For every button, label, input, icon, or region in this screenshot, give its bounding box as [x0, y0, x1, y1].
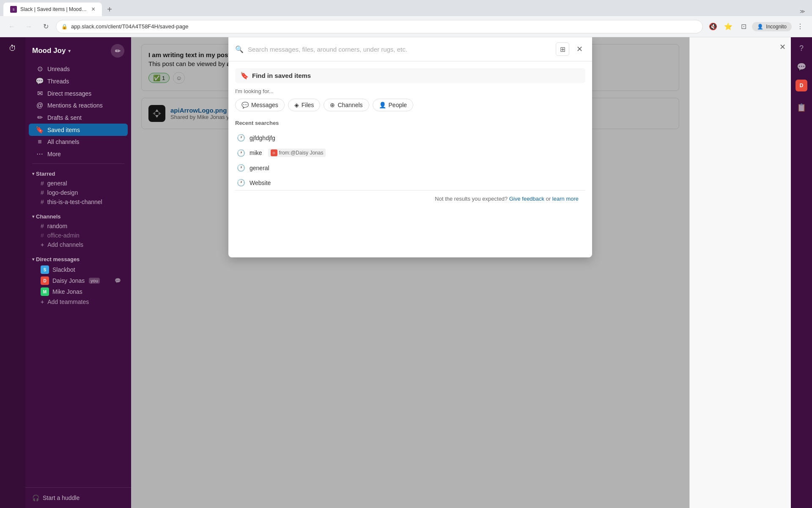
hash-icon-3: # [41, 199, 44, 205]
search-overlay: 🔍 ⊞ ✕ 🔖 Find in saved items I'm looking … [131, 37, 689, 508]
tab-favicon: S [10, 6, 17, 13]
channel-name-5: office-admin [47, 232, 80, 239]
menu-icon[interactable]: ⋮ [793, 20, 807, 33]
right-panel-close-button[interactable]: ✕ [779, 42, 786, 52]
give-feedback-link[interactable]: Give feedback [509, 196, 544, 202]
starred-header[interactable]: ▾ Starred [25, 167, 131, 179]
recent-search-website[interactable]: 🕐 Website [235, 175, 585, 190]
sidebar-nav: ⊙ Unreads 💬 Threads ✉ Direct messages @ … [25, 61, 131, 162]
sidebar-item-direct-messages-nav[interactable]: ✉ Direct messages [29, 87, 128, 99]
recent-search-general[interactable]: 🕐 general [235, 160, 585, 175]
channel-name: general [47, 180, 67, 187]
sidebar-header: Mood Joy ▼ ✏ [25, 37, 131, 61]
mute-icon[interactable]: 🔇 [706, 20, 720, 33]
daisy-label: Daisy Jonas [52, 277, 85, 284]
recent-text-4: Website [250, 179, 271, 186]
address-bar[interactable]: 🔒 app.slack.com/client/T04A4T58F4H/saved… [56, 20, 703, 33]
channel-name-4: random [47, 223, 67, 229]
search-input-row: 🔍 ⊞ ✕ [228, 37, 592, 61]
workspace-name[interactable]: Mood Joy ▼ [32, 47, 71, 55]
sidebar-channel-test[interactable]: # this-is-a-test-channel [29, 197, 128, 207]
sidebar-item-unreads[interactable]: ⊙ Unreads [29, 63, 128, 75]
bookmark-icon[interactable]: ⭐ [721, 20, 735, 33]
slackbot-avatar: S [41, 265, 49, 274]
svg-text:S: S [13, 8, 15, 11]
app-right-icons: ? 💬 D 📋 [791, 37, 812, 508]
new-tab-button[interactable]: + [102, 3, 117, 16]
incognito-button[interactable]: 👤 Incognito [752, 22, 792, 31]
add-teammates-button[interactable]: + Add teammates [29, 297, 128, 306]
filter-files[interactable]: ◈ Files [288, 99, 321, 111]
history-icon[interactable]: ⏱ [5, 41, 20, 56]
help-icon[interactable]: ? [794, 41, 809, 56]
refresh-button[interactable]: ↻ [39, 20, 52, 33]
sidebar-item-all-channels[interactable]: ≡ All channels [29, 136, 128, 148]
hash-icon: # [41, 180, 44, 187]
tab-extra: ≫ [796, 7, 809, 16]
forward-button[interactable]: → [22, 20, 36, 33]
workspace-label: Mood Joy [32, 47, 66, 55]
right-panel: ✕ [689, 37, 791, 508]
unreads-icon: ⊙ [36, 65, 44, 73]
clipboard-icon[interactable]: 📋 [794, 100, 809, 115]
filter-chips: 💬 Messages ◈ Files ⊕ Channels 👤 [235, 99, 585, 111]
from-avatar: D [271, 149, 277, 156]
from-badge: D from:@Daisy Jonas [268, 149, 326, 157]
sidebar-channel-office-admin[interactable]: # office-admin [29, 231, 128, 240]
notifications-icon[interactable]: 💬 [794, 59, 809, 75]
clock-icon-3: 🕐 [237, 164, 245, 172]
clock-icon-4: 🕐 [237, 179, 245, 187]
user-avatar-icon[interactable]: D [794, 78, 809, 93]
channels-header[interactable]: ▾ Channels [25, 210, 131, 221]
dm-daisy[interactable]: D Daisy Jonas you 💬 [29, 275, 128, 286]
sidebar-icon-strip: ⏱ [0, 37, 25, 508]
recent-search-mike[interactable]: 🕐 mike D from:@Daisy Jonas [235, 145, 585, 160]
add-channels-button[interactable]: + Add channels [29, 240, 128, 249]
active-tab[interactable]: S Slack | Saved items | Mood Joy × [3, 3, 102, 16]
filter-people[interactable]: 👤 People [373, 99, 414, 111]
sidebar-item-threads[interactable]: 💬 Threads [29, 75, 128, 87]
channels-chip-icon: ⊕ [330, 102, 335, 108]
sidebar-channel-random[interactable]: # random [29, 221, 128, 231]
sidebar-item-drafts[interactable]: ✏ Drafts & sent [29, 111, 128, 124]
tab-close-icon[interactable]: × [91, 6, 95, 13]
mike-avatar: M [41, 287, 49, 296]
sidebar-channel-general-starred[interactable]: # general [29, 179, 128, 188]
find-in-saved-button[interactable]: 🔖 Find in saved items [235, 68, 585, 83]
sidebar-footer: 🎧 Start a huddle [25, 487, 131, 508]
learn-more-link[interactable]: learn more [552, 196, 579, 202]
search-footer: Not the results you expected? Give feedb… [235, 190, 585, 207]
or-text: or [546, 196, 552, 202]
files-chip-label: Files [302, 102, 314, 108]
sidebar-item-more[interactable]: ⋯ More [29, 148, 128, 160]
filter-channels[interactable]: ⊕ Channels [324, 99, 369, 111]
compose-button[interactable]: ✏ [111, 44, 124, 58]
browser-toolbar: ← → ↻ 🔒 app.slack.com/client/T04A4T58F4H… [0, 16, 812, 37]
huddle-button[interactable]: 🎧 Start a huddle [25, 491, 131, 505]
search-filter-button[interactable]: ⊞ [556, 42, 569, 56]
cast-icon[interactable]: ⊡ [737, 20, 750, 33]
channels-label: Channels [36, 213, 61, 220]
clock-icon-1: 🕐 [237, 134, 245, 142]
slackbot-label: Slackbot [52, 266, 75, 273]
sidebar-item-saved[interactable]: 🔖 Saved items [29, 124, 128, 136]
dm-slackbot[interactable]: S Slackbot [29, 264, 128, 275]
filter-messages[interactable]: 💬 Messages [235, 99, 285, 111]
huddle-icon: 🎧 [32, 494, 39, 501]
sidebar-channel-logo-design[interactable]: # logo-design [29, 188, 128, 197]
add-teammates-label: Add teammates [47, 298, 89, 305]
looking-for-label: I'm looking for... [235, 88, 585, 94]
recent-search-gjfdghdjfg[interactable]: 🕐 gjfdghdjfg [235, 130, 585, 145]
recent-text-2: mike [250, 149, 262, 156]
sidebar-item-mentions[interactable]: @ Mentions & reactions [29, 99, 128, 111]
search-close-button[interactable]: ✕ [573, 43, 585, 55]
compose-icon: ✏ [115, 47, 121, 55]
back-button[interactable]: ← [5, 20, 19, 33]
search-input[interactable] [248, 46, 551, 53]
direct-messages-header[interactable]: ▾ Direct messages [25, 253, 131, 264]
browser-toolbar-icons: 🔇 ⭐ ⊡ 👤 Incognito ⋮ [706, 20, 807, 33]
dm-mike[interactable]: M Mike Jonas [29, 286, 128, 297]
browser-tabs: S Slack | Saved items | Mood Joy × + ≫ [0, 0, 812, 16]
drafts-label: Drafts & sent [47, 114, 82, 121]
workspace-dropdown-icon: ▼ [67, 49, 71, 53]
